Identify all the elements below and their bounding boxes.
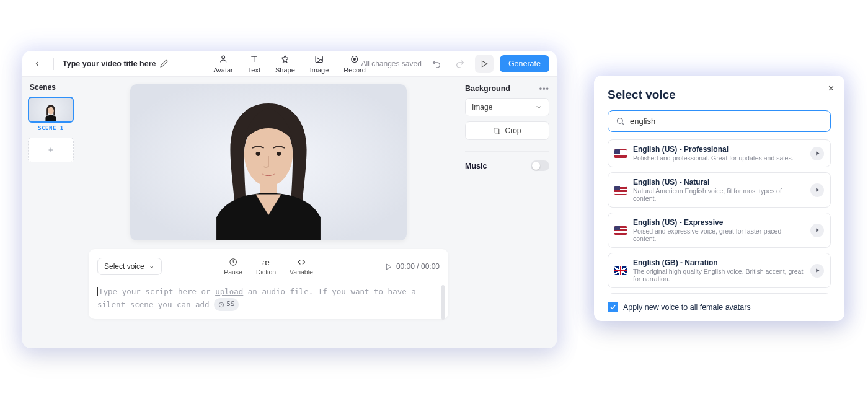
voice-desc: Poised and expressive voice, great for f… [633,227,804,242]
scrollbar[interactable] [441,285,445,320]
record-button[interactable]: Record [343,53,365,74]
voice-desc: Polished and professional. Great for upd… [633,154,804,162]
divider [53,58,54,70]
voice-desc: The original high quality English voice.… [633,268,804,283]
voice-name: English (US) - Natural [633,178,804,186]
voice-desc: Natural American English voice, fit for … [633,187,804,202]
voice-name: English (US) - Expressive [633,218,804,227]
flag-us-icon [614,149,627,158]
svg-marker-12 [386,264,391,270]
crop-button[interactable]: Crop [465,121,549,140]
script-time: 00:00 / 00:00 [384,262,440,271]
insert-image-button[interactable]: Image [310,53,329,74]
clock-icon [229,257,237,267]
editor-body: Scenes SCENE 1 [22,77,557,348]
select-voice-button[interactable]: Select voice [97,258,162,275]
voice-search-input[interactable] [630,116,823,126]
video-editor-window: Type your video title here Avatar Text [22,51,557,348]
video-canvas[interactable] [130,84,407,240]
topbar-right: All changes saved Generate [361,55,549,73]
add-scene-button[interactable] [28,138,74,162]
tool-label: Variable [290,268,313,276]
insert-toolbar: Avatar Text Shape Image [213,53,366,74]
scenes-heading: Scenes [27,83,74,92]
toolbar-label: Shape [275,66,295,74]
toolbar-label: Record [343,66,365,74]
insert-shape-button[interactable]: Shape [275,53,295,74]
generate-button[interactable]: Generate [500,55,549,72]
svg-rect-1 [316,56,322,62]
code-icon [296,257,306,267]
silence-chip[interactable]: 5S [214,298,239,311]
voice-name: English (GB) - Narration [633,258,804,267]
preview-button[interactable] [475,55,494,73]
time-text: 00:00 / 00:00 [396,262,440,271]
title-placeholder: Type your video title here [63,59,156,68]
background-type-select[interactable]: Image [465,98,549,116]
voice-search-box[interactable] [608,110,831,132]
text-icon [249,53,260,64]
svg-point-10 [277,152,281,156]
modal-title: Select voice [608,88,831,102]
svg-point-2 [317,58,319,59]
background-type-value: Image [472,103,492,112]
insert-text-button[interactable]: Text [248,53,260,74]
back-button[interactable] [30,56,45,71]
insert-avatar-button[interactable]: Avatar [213,53,233,74]
diction-tool[interactable]: æ Diction [256,257,276,276]
voice-option[interactable]: English (GB) - Narration The original hi… [608,253,831,288]
toolbar-label: Avatar [213,66,233,74]
svg-marker-17 [816,229,819,232]
toolbar-label: Image [310,66,329,74]
svg-marker-15 [816,152,819,156]
tool-label: Pause [224,268,242,276]
svg-point-9 [255,152,260,156]
voice-option[interactable]: English (US) - Professional Polished and… [608,139,831,167]
chevron-down-icon [535,103,542,111]
scene-item[interactable]: SCENE 1 [28,97,74,131]
play-preview-button[interactable] [810,147,824,160]
script-placeholder-pre: Type your script here or [99,287,215,296]
apply-all-checkbox[interactable] [608,302,618,312]
scenes-sidebar: Scenes SCENE 1 [22,77,79,348]
svg-marker-5 [482,61,487,66]
upload-link[interactable]: upload [215,287,243,296]
crop-icon [493,127,501,135]
voice-option[interactable]: English (US) - Natural Natural American … [608,172,831,208]
music-toggle[interactable] [531,160,549,171]
play-preview-button[interactable] [810,183,824,197]
scene-label: SCENE 1 [28,125,74,131]
apply-all-label: Apply new voice to all female avatars [623,303,751,312]
edit-icon [160,59,168,68]
voice-option[interactable]: English (US) - Expressive Poised and exp… [608,213,831,248]
voice-option[interactable]: English (US) - Newscaster Newscaster voi… [608,293,831,294]
toolbar-label: Text [248,66,260,74]
silence-chip-text: 5S [226,299,234,310]
svg-marker-18 [816,269,819,273]
pause-tool[interactable]: Pause [224,257,242,276]
modal-footer: Apply new voice to all female avatars [608,302,831,312]
background-label: Background [465,84,510,93]
video-title-input[interactable]: Type your video title here [63,59,168,68]
close-button[interactable] [825,82,837,94]
diction-icon: æ [262,257,270,267]
select-voice-modal: Select voice English (US) - Professional… [594,76,844,321]
flag-us-icon [614,186,627,195]
tool-label: Diction [256,268,276,276]
play-preview-button[interactable] [810,264,824,278]
play-preview-button[interactable] [810,224,824,237]
avatar-figure [182,95,355,240]
undo-button[interactable] [428,55,445,72]
scene-thumbnail[interactable] [28,97,74,123]
svg-point-6 [48,107,53,115]
search-icon [616,116,625,126]
redo-button[interactable] [451,55,469,72]
svg-point-14 [618,118,623,124]
record-icon [349,53,360,64]
more-icon[interactable]: ••• [539,84,549,93]
script-textarea[interactable]: Type your script here or upload an audio… [97,285,440,312]
variable-tool[interactable]: Variable [290,257,313,276]
play-outline-icon[interactable] [384,263,392,271]
voice-list: English (US) - Professional Polished and… [608,139,831,294]
canvas-column: Select voice Pause æ Diction [79,77,458,348]
